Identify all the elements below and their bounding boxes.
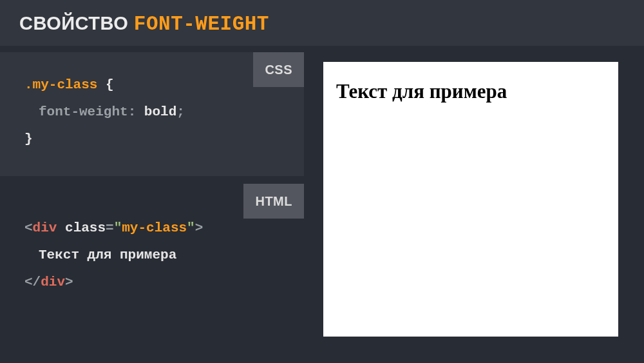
html-line-3: </div> <box>24 269 285 296</box>
html-label: HTML <box>243 184 304 219</box>
css-line-3: } <box>24 126 285 153</box>
css-line-1: .my-class { <box>24 72 285 99</box>
css-code-block: CSS .my-class { font-weight: bold; } <box>0 52 304 176</box>
html-line-1: <div class="my-class"> <box>24 215 285 242</box>
css-line-2: font-weight: bold; <box>24 99 285 126</box>
slide-title: СВОЙСТВО FONT-WEIGHT <box>19 13 625 35</box>
preview-text: Текст для примера <box>336 80 605 103</box>
css-label: CSS <box>253 52 304 87</box>
code-column: CSS .my-class { font-weight: bold; } HTM… <box>0 46 304 362</box>
html-line-2: Текст для примера <box>24 242 285 269</box>
slide-header: СВОЙСТВО FONT-WEIGHT <box>0 0 644 46</box>
preview-box: Текст для примера <box>323 62 618 337</box>
preview-column: Текст для примера <box>304 46 644 362</box>
html-code-block: HTML <div class="my-class"> Текст для пр… <box>0 184 304 314</box>
content-area: CSS .my-class { font-weight: bold; } HTM… <box>0 46 644 362</box>
title-property: FONT-WEIGHT <box>134 13 269 35</box>
title-prefix: СВОЙСТВО <box>19 13 134 34</box>
